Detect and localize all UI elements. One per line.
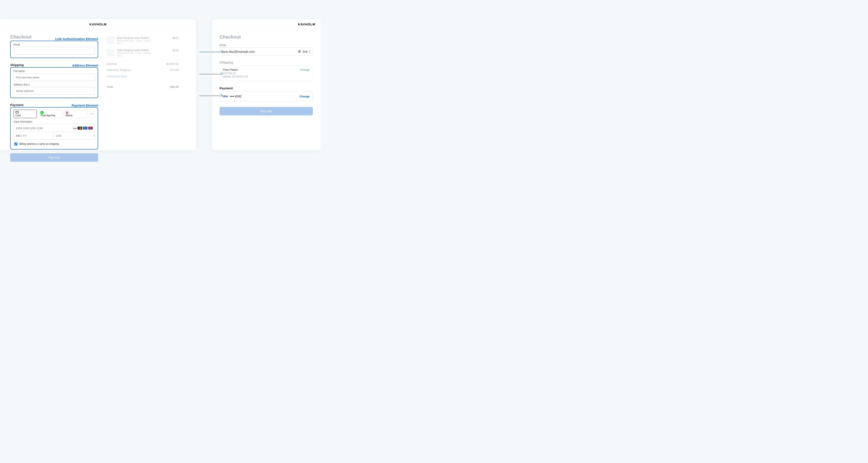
svg-point-8 [80,127,81,129]
payment-method-klarna-label: Klarna [66,114,85,117]
card-number-input[interactable] [14,124,72,132]
page-title: Checkout [10,34,31,40]
cart-item-qty: Qty: 1 [117,42,170,44]
mastercard-icon [78,127,82,130]
card-cvc-input[interactable] [54,132,94,139]
card-icon [16,111,19,114]
est-shipping-value: $15.00 [170,68,179,72]
email-value: jane.diaz@example.com [222,50,255,53]
payment-element: Card $ Cash App Pay K. Klarn [10,107,98,150]
saved-payment-card: VISA •••• 4242 Change [220,91,313,101]
pay-now-button-right[interactable]: Pay now [220,107,313,115]
element-label-address: Address Element [72,64,98,67]
svg-text:K.: K. [66,112,68,114]
stage: KAVHOLM Checkout Link Authentication Ele… [0,0,320,171]
email-input[interactable] [13,47,95,55]
element-label-link-auth: Link Authentication Element [55,37,98,41]
kebab-menu-icon[interactable] [309,51,310,53]
fullname-label: Full name [13,70,95,73]
link-badge-text: link [303,50,308,53]
cashapp-icon: $ [40,111,44,114]
subtotal-value: $2,840.00 [166,62,179,65]
svg-rect-0 [16,111,19,113]
cart-item-meta: Matte Anthracite · Large · Ceiling [117,52,170,54]
shipping-heading-right: Shipping [220,61,313,64]
email-label-right: Email [220,44,313,46]
payment-method-more[interactable]: ··· [89,110,95,118]
change-payment-link[interactable]: Change [300,95,310,98]
billing-same-checkbox[interactable] [14,142,18,145]
card-brand-strip: VISA [72,127,94,130]
total-label: Total [106,85,113,89]
total-value: $99.00 [170,85,179,89]
payment-method-card-label: Card [16,114,35,117]
shipping-card: Theo Parker 123 Pike St Seattle, WA 9812… [220,65,313,81]
visa-icon: VISA [72,127,77,130]
arrow-head-icon [220,50,223,53]
cart-item-name: Dusk Hanging Lamp Modern [117,49,170,52]
billing-same-label: Billing address is same as shipping [19,142,59,145]
svg-text:VISA: VISA [73,128,76,129]
element-label-payment: Payment Element [72,103,98,107]
shipping-addr1: 123 Pike St [223,72,248,75]
shipping-name: Theo Parker [223,68,248,71]
klarna-icon: K. [66,111,69,114]
arrow-icon [199,52,220,52]
link-auth-element: Email [10,41,98,58]
payment-method-cashapp[interactable]: $ Cash App Pay [38,110,62,118]
shipping-heading: Shipping [10,63,24,67]
product-thumbnail [106,36,114,44]
cvc-icon [94,134,95,138]
address1-label: Address line 1 [13,83,95,86]
address-element: Full name Address line 1 [10,67,98,98]
card-last4: •••• 4242 [230,95,242,98]
svg-rect-9 [94,134,95,137]
change-shipping-link[interactable]: Change [300,68,310,78]
card-info-label: Card information [13,120,95,123]
cart-item-meta: Matte Anthracite · Large · Ceiling [117,39,170,42]
brand-logo-right: KAVHOLM [212,19,320,29]
arrow-head-icon [220,72,223,75]
payment-heading: Payment [10,103,24,107]
payment-heading-right: Payment [220,87,313,90]
subtotal-label: Subtotal [106,62,117,65]
brand-logo: KAVHOLM [0,19,196,29]
cart-item-name: Dusk Hanging Lamp Modern [117,36,170,39]
address1-input[interactable] [13,87,95,95]
visa-logo: VISA [223,95,228,98]
payment-method-klarna[interactable]: K. Klarna [64,110,87,118]
amex-icon [83,127,88,130]
product-thumbnail [106,49,114,56]
email-label: Email [13,43,95,46]
payment-method-cashapp-label: Cash App Pay [40,114,60,117]
est-shipping-label: Estimated Shipping [106,68,130,72]
link-badge-icon [298,50,301,54]
arrow-icon [199,74,220,74]
fullname-input[interactable] [13,73,95,81]
email-display[interactable]: jane.diaz@example.com link [220,47,313,56]
cart-item-qty: Qty: 1 [117,54,170,57]
arrow-icon [199,96,220,96]
cart-item-price: $325 [173,36,179,44]
checkout-form-panel: KAVHOLM Checkout Link Authentication Ele… [0,19,196,150]
checkout-filled-panel: KAVHOLM Checkout Email jane.diaz@example… [212,19,320,150]
shipping-addr2: Seattle, WA 98122 US [223,75,248,78]
svg-text:$: $ [41,111,43,114]
order-summary: Dusk Hanging Lamp Modern Matte Anthracit… [106,34,179,162]
card-expiry-input[interactable] [14,132,54,139]
arrow-head-icon [220,94,223,97]
payment-method-card[interactable]: Card [13,110,37,118]
page-title-right: Checkout [220,34,313,40]
cart-item-price: $325 [173,49,179,57]
add-promo-code[interactable]: Add promo code [106,73,179,81]
pay-now-button[interactable]: Pay now [10,153,98,162]
unionpay-icon [88,127,93,130]
svg-rect-1 [16,112,19,112]
